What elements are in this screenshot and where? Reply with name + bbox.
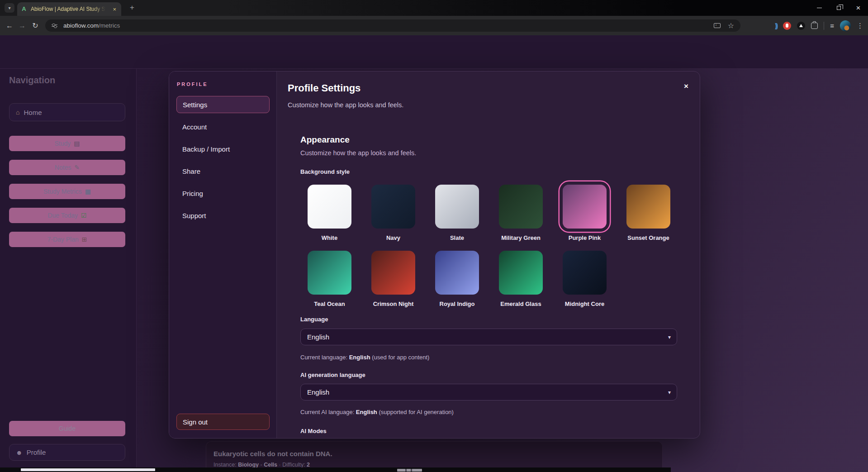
theme-swatch-slate[interactable]: Slate [435, 185, 479, 241]
flashcard-topic: Cells [264, 462, 277, 468]
theme-swatch-purple-pink[interactable]: Purple Pink [563, 185, 607, 241]
theme-swatch-label: Crimson Night [373, 300, 414, 307]
flashcard-meta: Instance: Biology - Cells · Difficulty: … [213, 462, 310, 468]
sidebar-item-study-metrics[interactable]: Study Metrics ▦ [9, 184, 125, 199]
sidebar-item-notes[interactable]: Notes ✎ [9, 160, 125, 175]
theme-swatch-midnight-core[interactable]: Midnight Core [563, 251, 607, 307]
adblock-extension-icon[interactable] [783, 22, 791, 30]
minimize-icon [817, 8, 822, 8]
profile-avatar[interactable] [840, 20, 851, 31]
theme-swatch-preview[interactable] [563, 185, 607, 229]
theme-swatch-preview[interactable] [626, 185, 670, 229]
nav-item-support[interactable]: Support [182, 212, 206, 221]
theme-swatch-navy[interactable]: Navy [371, 185, 415, 241]
tab-search-button[interactable]: ▾ [5, 3, 14, 13]
theme-swatch-preview[interactable] [563, 251, 607, 295]
nav-item-settings[interactable]: Settings [176, 96, 270, 113]
address-bar[interactable]: abioflow.com/metrics ☆ [45, 19, 740, 32]
study-label: Study [54, 140, 71, 147]
modal-close-icon[interactable]: × [680, 81, 692, 92]
theme-swatch-label: Midnight Core [565, 300, 604, 307]
sidebar-item-home[interactable]: ⌂ Home [9, 103, 125, 121]
appearance-subheading: Customize how the app looks and feels. [300, 149, 416, 157]
modal-nav: PROFILE Settings Account Backup / Import… [169, 72, 277, 438]
theme-swatch-military-green[interactable]: Military Green [499, 185, 543, 241]
active-tab[interactable]: A AbioFlow | Adaptive AI Study Sy × [17, 2, 121, 16]
appearance-heading: Appearance [300, 135, 350, 145]
pencil-icon: ✎ [74, 164, 80, 171]
sidebar-item-study[interactable]: Study ▤ [9, 136, 125, 151]
reload-button[interactable]: ↻ [28, 16, 42, 35]
theme-swatch-label: Emerald Glass [500, 300, 541, 307]
bottom-scrollbar-track [0, 467, 671, 472]
modal-title: Profile Settings [288, 82, 360, 94]
url-path: /metrics [99, 22, 120, 29]
nav-item-backup-import[interactable]: Backup / Import [182, 145, 230, 154]
forward-button[interactable]: → [15, 16, 29, 35]
theme-swatch-teal-ocean[interactable]: Teal Ocean [308, 251, 351, 307]
sidebar-item-guide[interactable]: Guide [9, 421, 125, 436]
calendar-icon: ⊞ [82, 236, 87, 243]
tab-title: AbioFlow | Adaptive AI Study Sy [31, 6, 106, 12]
browser-toolbar: ← → ↻ abioflow.com/metrics ☆ )) ≡ ⋮ [0, 16, 868, 35]
theme-swatch-sunset-orange[interactable]: Sunset Orange [626, 185, 670, 241]
restore-icon [837, 6, 841, 10]
close-window-button[interactable]: × [849, 0, 868, 16]
bookmark-star-icon[interactable]: ☆ [728, 22, 734, 29]
theme-swatch-preview[interactable] [499, 185, 543, 229]
profile-settings-modal: PROFILE Settings Account Backup / Import… [169, 71, 700, 439]
browser-tab-strip: ▾ A AbioFlow | Adaptive AI Study Sy × + … [0, 0, 868, 16]
theme-swatch-label: Sunset Orange [627, 234, 669, 241]
theme-swatch-preview[interactable] [499, 251, 543, 295]
scrollbar-thumb-left[interactable] [21, 468, 155, 471]
profile-label: Profile [27, 448, 46, 456]
theme-swatch-label: Royal Indigo [440, 300, 475, 307]
ai-language-label: AI generation language [300, 372, 365, 378]
sign-out-button[interactable]: Sign out [176, 414, 270, 430]
dark-extension-icon[interactable] [797, 22, 805, 30]
theme-swatch-royal-indigo[interactable]: Royal Indigo [435, 251, 479, 307]
modal-nav-heading: PROFILE [177, 81, 208, 87]
wave-extension-icon[interactable]: )) [775, 22, 777, 29]
restore-button[interactable] [829, 0, 849, 16]
extensions-jar-icon[interactable] [811, 23, 818, 29]
theme-swatch-preview[interactable] [308, 185, 351, 229]
close-window-icon: × [856, 4, 861, 12]
language-select[interactable]: English ▾ [300, 329, 677, 345]
theme-swatch-label: Teal Ocean [314, 300, 345, 307]
playlist-icon[interactable]: ≡ [830, 22, 834, 29]
chevron-down-icon: ▾ [668, 389, 671, 396]
flashcard-statement: Eukaryotic cells do not contain DNA. [213, 450, 332, 458]
flashcard-difficulty: 2 [307, 462, 310, 468]
language-helper: Current language: English (used for app … [300, 354, 429, 361]
minimize-button[interactable] [810, 0, 829, 16]
install-app-icon[interactable] [714, 23, 721, 28]
theme-swatch-white[interactable]: White [308, 185, 351, 241]
toolbar-separator [824, 22, 824, 30]
theme-swatch-crimson-night[interactable]: Crimson Night [371, 251, 415, 307]
nav-item-share[interactable]: Share [182, 167, 200, 176]
theme-swatch-preview[interactable] [435, 251, 479, 295]
sidebar-item-profile[interactable]: ☻ Profile [9, 444, 125, 461]
ai-language-select[interactable]: English ▾ [300, 384, 677, 400]
theme-swatch-label: Slate [450, 234, 464, 241]
theme-swatch-preview[interactable] [371, 185, 415, 229]
site-settings-icon[interactable] [52, 24, 57, 27]
checkbox-icon: ☑ [81, 212, 87, 219]
scrollbar-thumb-small[interactable] [397, 469, 422, 472]
sidebar-item-7-day-plan[interactable]: 7-Day Plan ⊞ [9, 232, 125, 247]
nav-item-pricing[interactable]: Pricing [182, 190, 203, 199]
sidebar-heading: Navigation [9, 75, 55, 86]
theme-swatch-label: Military Green [501, 234, 541, 241]
back-button[interactable]: ← [3, 16, 16, 35]
tab-close-icon[interactable]: × [111, 5, 118, 13]
theme-swatch-preview[interactable] [435, 185, 479, 229]
theme-swatch-preview[interactable] [371, 251, 415, 295]
theme-swatch-preview[interactable] [308, 251, 351, 295]
ai-language-helper: Current AI language: English (supported … [300, 409, 454, 415]
theme-swatch-emerald-glass[interactable]: Emerald Glass [499, 251, 543, 307]
new-tab-button[interactable]: + [128, 3, 137, 12]
browser-menu-icon[interactable]: ⋮ [857, 22, 863, 30]
sidebar-item-due-today[interactable]: Due Today ☑ [9, 208, 125, 223]
nav-item-account[interactable]: Account [182, 123, 207, 132]
